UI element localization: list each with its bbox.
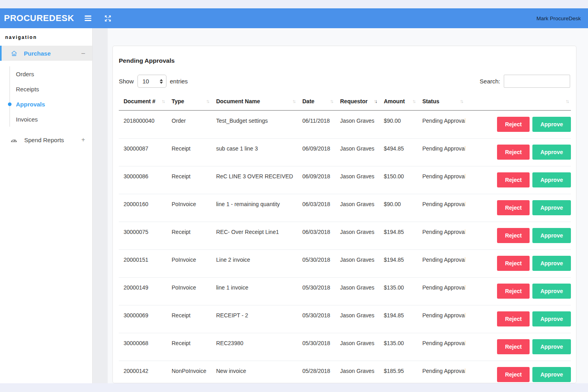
cell-amount: $194.85 (379, 249, 418, 277)
approve-button[interactable]: Approve (532, 367, 571, 382)
sidebar: navigation Purchase – OrdersReceiptsAppr… (0, 28, 93, 383)
column-header-requestor[interactable]: Requestor↑↓ (335, 98, 379, 110)
cell-type: NonPoInvoice (167, 361, 211, 383)
reject-button[interactable]: Reject (497, 172, 530, 187)
cell-amount: $194.85 (379, 222, 418, 249)
reject-button[interactable]: Reject (497, 200, 530, 215)
cell-requestor: Jason Graves (335, 194, 379, 222)
sidebar-item-purchase[interactable]: Purchase – (0, 46, 92, 61)
cell-type: Order (167, 110, 211, 138)
reject-button[interactable]: Reject (497, 145, 530, 160)
reject-button[interactable]: Reject (497, 256, 530, 271)
column-header-document[interactable]: Document #↑↓ (119, 98, 167, 110)
cell-actions: RejectApprove (465, 361, 571, 383)
sort-icon[interactable]: ↑↓ (460, 98, 464, 104)
cell-document-name: New invoice (211, 361, 298, 383)
reject-button[interactable]: Reject (497, 228, 530, 243)
column-header-label: Status (422, 98, 439, 104)
approve-button[interactable]: Approve (532, 284, 571, 299)
sidebar-item-orders[interactable]: Orders (10, 66, 92, 81)
sidebar-item-label: Orders (16, 71, 34, 77)
fullscreen-icon[interactable] (104, 15, 112, 22)
column-header-label: Document # (124, 98, 155, 104)
menu-toggle-icon[interactable] (85, 14, 91, 22)
sidebar-item-receipts[interactable]: Receipts (10, 81, 92, 97)
cell-document-name: REC23980 (211, 333, 298, 361)
approve-button[interactable]: Approve (532, 117, 571, 132)
reject-button[interactable]: Reject (497, 311, 530, 326)
column-header-date[interactable]: Date↑↓ (298, 98, 335, 110)
reject-button[interactable]: Reject (497, 367, 530, 382)
column-header-label: Requestor (340, 98, 368, 104)
sidebar-item-invoices[interactable]: Invoices (10, 112, 92, 127)
sidebar-item-spend-reports[interactable]: Spend Reports + (0, 132, 92, 147)
column-header-type[interactable]: Type↑↓ (167, 98, 211, 110)
cell-actions: RejectApprove (465, 110, 571, 138)
column-header-actions[interactable]: ↑↓ (465, 98, 571, 110)
cell-date: 05/30/2018 (298, 305, 335, 333)
cell-requestor: Jason Graves (335, 333, 379, 361)
cell-status: Pending Approval (418, 277, 465, 305)
sort-icon[interactable]: ↑↓ (374, 98, 378, 104)
cell-type: PoInvoice (167, 277, 211, 305)
reject-button[interactable]: Reject (497, 117, 530, 132)
search-input[interactable] (504, 75, 570, 88)
cell-document-name: Line 2 invoice (211, 249, 298, 277)
gauge-icon (10, 137, 17, 143)
nav-section-label: navigation (0, 32, 92, 46)
reject-button[interactable]: Reject (497, 284, 530, 299)
cell-actions: RejectApprove (465, 305, 571, 333)
sidebar-item-approvals[interactable]: Approvals (10, 97, 92, 112)
page-size-value: 10 (143, 78, 149, 85)
cell-actions: RejectApprove (465, 138, 571, 166)
cell-status: Pending Approval (418, 305, 465, 333)
sort-icon[interactable]: ↑↓ (206, 98, 210, 104)
cell-document-number: 2018000040 (119, 110, 167, 138)
cell-type: Receipt (167, 333, 211, 361)
cell-actions: RejectApprove (465, 166, 571, 194)
cell-actions: RejectApprove (465, 249, 571, 277)
app-logo[interactable]: PROCUREDESK (4, 13, 74, 23)
cell-requestor: Jason Graves (335, 110, 379, 138)
user-menu[interactable]: Mark ProcureDesk (536, 15, 581, 21)
column-header-document-name[interactable]: Document Name↑↓ (211, 98, 298, 110)
expand-icon[interactable]: + (81, 137, 85, 143)
sort-icon[interactable]: ↑↓ (162, 98, 166, 104)
purchase-submenu: OrdersReceiptsApprovalsInvoices (10, 66, 92, 127)
sort-icon[interactable]: ↑↓ (292, 98, 296, 104)
cell-status: Pending Approval (418, 166, 465, 194)
home-icon (11, 50, 17, 57)
app-header: PROCUREDESK Mark ProcureDesk (0, 8, 588, 28)
table-row: 2018000040OrderTest_Budget settings06/11… (119, 110, 571, 138)
cell-document-number: 30000087 (119, 138, 167, 166)
cell-requestor: Jason Graves (335, 249, 379, 277)
cell-status: Pending Approval (418, 249, 465, 277)
page-size-select[interactable]: 10 (137, 75, 166, 88)
approve-button[interactable]: Approve (532, 256, 571, 271)
approve-button[interactable]: Approve (532, 200, 571, 215)
cell-requestor: Jason Graves (335, 138, 379, 166)
sort-icon[interactable]: ↑↓ (412, 98, 416, 104)
approve-button[interactable]: Approve (532, 228, 571, 243)
approve-button[interactable]: Approve (532, 311, 571, 326)
column-header-amount[interactable]: Amount↑↓ (379, 98, 418, 110)
table-row: 20000149PoInvoiceline 1 invoice05/30/201… (119, 277, 571, 305)
cell-date: 06/09/2018 (298, 138, 335, 166)
table-row: 20000160PoInvoiceline 1 - remaining quan… (119, 194, 571, 222)
collapse-icon[interactable]: – (81, 50, 85, 56)
approve-button[interactable]: Approve (532, 172, 571, 187)
sidebar-item-label: Invoices (16, 116, 38, 123)
cell-document-name: ReC LINE 3 OVER RECEIVED (211, 166, 298, 194)
approve-button[interactable]: Approve (532, 145, 571, 160)
table-header-row: Document #↑↓Type↑↓Document Name↑↓Date↑↓R… (119, 98, 571, 110)
table-row: 20000142NonPoInvoiceNew invoice05/28/201… (119, 361, 571, 383)
cell-type: Receipt (167, 305, 211, 333)
sort-icon[interactable]: ↑↓ (330, 98, 334, 104)
reject-button[interactable]: Reject (497, 339, 530, 354)
select-spinner-icon (160, 79, 163, 84)
table-controls: Show 10 entries Search: (119, 75, 570, 88)
sort-icon[interactable]: ↑↓ (566, 98, 570, 104)
column-header-status[interactable]: Status↑↓ (418, 98, 465, 110)
approve-button[interactable]: Approve (532, 339, 571, 354)
sidebar-item-label: Purchase (24, 50, 51, 57)
